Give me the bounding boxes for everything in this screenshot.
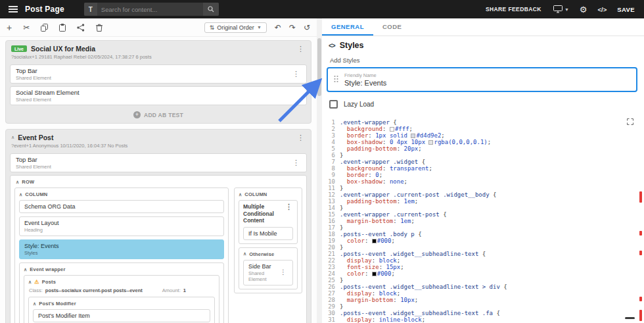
- device-preview-button[interactable]: ▼: [553, 5, 569, 13]
- settings-gear-icon[interactable]: ⚙: [580, 5, 587, 14]
- kebab-menu-icon[interactable]: ⋮: [291, 70, 301, 78]
- column-right[interactable]: ∧ COLUMN Multiple Conditional Content ⋮ …: [234, 187, 302, 293]
- lazy-load-checkbox[interactable]: [329, 100, 338, 109]
- code-line[interactable]: 13 padding-bottom: 1em;: [325, 198, 643, 205]
- code-line[interactable]: 19 color: #000;: [325, 237, 643, 244]
- search-input[interactable]: [97, 6, 203, 13]
- element-schema-org-data[interactable]: Schema ORG Data: [19, 200, 224, 213]
- css-code-editor[interactable]: 1.event-wrapper {2 background: #fff;3 bo…: [325, 116, 643, 323]
- code-line[interactable]: 8 background: transparent;: [325, 165, 643, 172]
- collapse-caret-icon[interactable]: ∧: [243, 251, 246, 257]
- kebab-menu-icon[interactable]: ⋮: [291, 159, 301, 166]
- cut-icon[interactable]: ✂: [23, 24, 30, 32]
- section-header[interactable]: ∧ Event Post ⋮ ?event+1 Anonymous 10/11/…: [6, 130, 311, 151]
- group-event-wrapper[interactable]: ∧ Event wrapper ∧ ⚠ Posts Class: [19, 262, 224, 323]
- code-view-icon[interactable]: </>: [597, 6, 607, 13]
- code-line[interactable]: 26.posts--event .widget__subheadline-tex…: [325, 284, 643, 290]
- group-otherwise[interactable]: ∧ Otherwise Side Bar Shared Element ⋮: [239, 247, 298, 289]
- copy-icon[interactable]: [41, 24, 48, 32]
- menu-icon[interactable]: [9, 6, 18, 12]
- collapse-caret-icon[interactable]: ∧: [24, 267, 27, 272]
- code-line[interactable]: 31 display: inline-block;: [325, 316, 643, 323]
- collapse-caret-icon[interactable]: ∧: [33, 301, 36, 307]
- code-line[interactable]: 20}: [325, 244, 643, 251]
- collapse-caret-icon[interactable]: ∧: [28, 280, 32, 285]
- vertical-scrollbar[interactable]: [317, 18, 322, 323]
- search-icon[interactable]: [203, 3, 219, 16]
- content-search[interactable]: T: [84, 3, 219, 16]
- drag-handle-icon[interactable]: [334, 74, 338, 86]
- code-line[interactable]: 29}: [325, 303, 643, 310]
- sort-order-select[interactable]: ⇅ Original Order ▼: [204, 22, 267, 33]
- element-top-bar[interactable]: Top Bar Shared Element ⋮: [10, 153, 307, 172]
- element-if-is-mobile[interactable]: If Is Mobile: [243, 227, 293, 240]
- collapse-caret-icon[interactable]: ∧: [11, 135, 14, 140]
- code-line[interactable]: 12.event-wrapper .current-post .widget__…: [325, 191, 643, 198]
- delete-icon[interactable]: [96, 24, 103, 32]
- code-line[interactable]: 27 display: block;: [325, 290, 643, 297]
- code-line[interactable]: 4 box-shadow: 0 4px 10px rgba(0,0,0,0.1)…: [325, 139, 643, 145]
- color-swatch[interactable]: [428, 140, 433, 145]
- element-style-events-selected[interactable]: Style: Events Styles: [19, 239, 224, 259]
- save-button[interactable]: SAVE: [617, 6, 635, 13]
- code-line[interactable]: 21.posts--event .widget__subheadline-tex…: [325, 251, 643, 257]
- code-line[interactable]: 6}: [325, 152, 643, 159]
- code-line[interactable]: 25}: [325, 277, 643, 284]
- code-line[interactable]: 3 border: 1px solid #d4d9e2;: [325, 132, 643, 139]
- code-line[interactable]: 28 margin-bottom: 10px;: [325, 297, 643, 303]
- code-line[interactable]: 9 border: 0;: [325, 172, 643, 178]
- code-line[interactable]: 11}: [325, 185, 643, 191]
- code-line[interactable]: 23 font-size: 15px;: [325, 264, 643, 270]
- code-line[interactable]: 15.event-wrapper .current-post {: [325, 211, 643, 218]
- code-line[interactable]: 5 padding-bottom: 20px;: [325, 145, 643, 152]
- code-line[interactable]: 10 box-shadow: none;: [325, 178, 643, 185]
- share-icon[interactable]: [77, 24, 85, 32]
- collapse-caret-icon[interactable]: ∧: [239, 192, 242, 197]
- search-type-icon[interactable]: T: [84, 3, 97, 16]
- color-swatch[interactable]: [372, 239, 377, 243]
- kebab-menu-icon[interactable]: ⋮: [296, 45, 306, 53]
- friendly-name-field[interactable]: Friendly Name Style: Events: [327, 67, 637, 92]
- scrollbar-thumb[interactable]: [317, 38, 321, 96]
- group-posts[interactable]: ∧ ⚠ Posts Class: posts--socialux current…: [24, 275, 219, 323]
- code-line[interactable]: 2 background: #fff;: [325, 126, 643, 132]
- column-left[interactable]: ∧ COLUMN Schema ORG Data Event Layout He…: [14, 187, 229, 323]
- code-line[interactable]: 1.event-wrapper {: [325, 119, 643, 126]
- redo-icon[interactable]: ↷: [289, 23, 296, 32]
- kebab-menu-icon[interactable]: ⋮: [279, 269, 288, 276]
- element-post-modifier-item[interactable]: Post's Modifier Item: [33, 309, 210, 322]
- element-side-bar[interactable]: Side Bar Shared Element ⋮: [243, 260, 293, 286]
- kebab-menu-icon[interactable]: ⋮: [284, 203, 294, 211]
- color-swatch[interactable]: [390, 127, 394, 132]
- code-lines[interactable]: 1.event-wrapper {2 background: #fff;3 bo…: [325, 119, 643, 323]
- section-header[interactable]: Live Social UX for Media ⋮ ?socialux+1 2…: [6, 41, 311, 62]
- code-line[interactable]: 22 display: block;: [325, 257, 643, 264]
- tab-general[interactable]: GENERAL: [322, 18, 373, 36]
- element-social-stream[interactable]: Social Stream Element Shared Element: [10, 86, 307, 105]
- section-social-ux[interactable]: Live Social UX for Media ⋮ ?socialux+1 2…: [5, 40, 311, 124]
- code-line[interactable]: 18.posts--event .body p {: [325, 231, 643, 237]
- undo-icon[interactable]: ↶: [275, 23, 281, 32]
- add-styles-link[interactable]: Add Styles: [330, 57, 359, 64]
- section-event-post[interactable]: ∧ Event Post ⋮ ?event+1 Anonymous 10/11/…: [5, 129, 311, 323]
- add-ab-test-button[interactable]: + ADD AB TEST: [6, 108, 311, 120]
- group-post-modifier[interactable]: ∧ Post's Modifier Post's Modifier Item: [28, 297, 215, 323]
- group-multiple-conditional-content[interactable]: Multiple Conditional Content ⋮ If Is Mob…: [239, 200, 298, 244]
- code-line[interactable]: 7.event-wrapper .widget {: [325, 159, 643, 165]
- share-feedback-button[interactable]: SHARE FEEDBACK: [486, 6, 541, 12]
- kebab-menu-icon[interactable]: ⋮: [296, 134, 306, 141]
- collapse-caret-icon[interactable]: ∧: [16, 180, 19, 185]
- collapse-caret-icon[interactable]: ∧: [19, 192, 22, 197]
- element-top-bar[interactable]: Top Bar Shared Element ⋮: [10, 64, 307, 84]
- color-swatch[interactable]: [372, 272, 377, 276]
- fullscreen-icon[interactable]: [627, 118, 633, 126]
- tab-code[interactable]: CODE: [373, 18, 411, 36]
- color-swatch[interactable]: [411, 134, 415, 138]
- history-icon[interactable]: ↺: [304, 23, 310, 32]
- row-container[interactable]: ∧ ROW ∧ COLUMN Schema ORG Data: [10, 175, 307, 323]
- friendly-name-value[interactable]: Style: Events: [344, 79, 386, 87]
- code-line[interactable]: 17}: [325, 224, 643, 231]
- code-line[interactable]: 24 color: #000;: [325, 270, 643, 277]
- add-element-icon[interactable]: +: [7, 23, 12, 32]
- code-line[interactable]: 16 margin-bottom: 1em;: [325, 218, 643, 224]
